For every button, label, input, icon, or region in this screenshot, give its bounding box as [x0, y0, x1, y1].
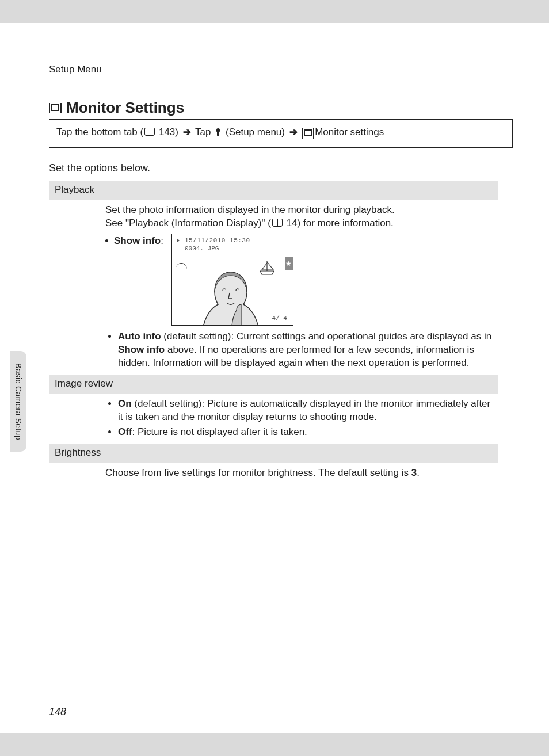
playback-options-list: Auto info (default setting): Current set… [105, 330, 498, 370]
playback-desc-line2b: ) for more information. [298, 217, 394, 228]
auto-info-bold: Auto info [118, 331, 161, 342]
monitor-icon [302, 128, 312, 136]
nav-text-4: Monitor settings [312, 127, 384, 138]
brightness-text-a: Choose from five settings for monitor br… [105, 467, 411, 478]
playback-desc-line2a: See "Playback (Information Display)" ( [105, 217, 271, 228]
manual-page: Setup Menu Monitor Settings Tap the bott… [0, 23, 549, 733]
brightness-text-c: . [417, 467, 420, 478]
brightness-header: Brightness [49, 444, 498, 463]
monitor-settings-icon [49, 103, 62, 113]
content-area: Playback Set the photo information displ… [49, 178, 498, 483]
playback-header: Playback [49, 181, 498, 200]
preview-date: 15/11/2010 15:30 [185, 236, 250, 245]
playback-desc-ref: 14 [284, 217, 298, 228]
image-review-options-list: On (default setting): Picture is automat… [105, 398, 498, 440]
preview-person [196, 265, 265, 326]
brightness-description: Choose from five settings for monitor br… [49, 463, 498, 483]
running-header: Setup Menu [49, 63, 102, 77]
nav-text-1: Tap the bottom tab ( [56, 127, 143, 138]
wrench-icon [215, 127, 222, 135]
preview-mountain [176, 263, 187, 269]
auto-info-item: Auto info (default setting): Current set… [118, 330, 498, 370]
image-review-off-item: Off: Picture is not displayed after it i… [118, 426, 498, 439]
section-tab-label: Basic Camera Setup [13, 363, 24, 440]
image-review-header: Image review [49, 375, 498, 394]
arrow-icon: ➔ [289, 127, 298, 138]
intro-text: Set the options below. [49, 161, 150, 175]
section-side-tab: Basic Camera Setup [10, 351, 26, 452]
bullet-icon [105, 239, 108, 242]
arrow-icon: ➔ [183, 127, 191, 138]
image-review-on-item: On (default setting): Picture is automat… [118, 398, 498, 424]
playback-mode-icon [176, 238, 182, 243]
on-text: (default setting): Picture is automatica… [118, 398, 490, 422]
auto-info-bold2: Show info [118, 344, 165, 355]
nav-text-2: Tap [193, 127, 214, 138]
preview-counter: 4/ 4 [272, 314, 287, 323]
title-text: Monitor Settings [66, 98, 184, 118]
show-info-label: Show info: [105, 234, 163, 248]
auto-info-text2: above. If no operations are performed fo… [118, 344, 474, 368]
brightness-value: 3 [411, 467, 417, 478]
preview-thumbnail: 15/11/2010 15:30 0004. JPG ★ [171, 234, 293, 326]
off-text: : Picture is not displayed after it is t… [132, 426, 307, 437]
on-bold: On [118, 398, 132, 409]
page-title: Monitor Settings [49, 98, 184, 118]
preview-favorite-tab: ★ [285, 257, 293, 270]
preview-filename: 0004. JPG [185, 245, 219, 253]
nav-text-3: (Setup menu) [223, 127, 287, 138]
off-bold: Off [118, 426, 132, 437]
page-number: 148 [49, 705, 66, 719]
navigation-path-box: Tap the bottom tab ( 143) ➔ Tap (Setup m… [49, 119, 513, 148]
show-info-row: Show info: 15/11/2010 15:30 0004. JPG ★ [105, 234, 498, 326]
show-info-bold: Show info [114, 235, 161, 246]
playback-description: Set the photo information displayed in t… [49, 200, 498, 234]
auto-info-text1: (default setting): Current settings and … [161, 331, 492, 342]
playback-desc-line1: Set the photo information displayed in t… [105, 204, 395, 215]
nav-ref-1: 143) [156, 127, 181, 138]
book-icon [272, 219, 283, 227]
book-icon [144, 128, 155, 136]
